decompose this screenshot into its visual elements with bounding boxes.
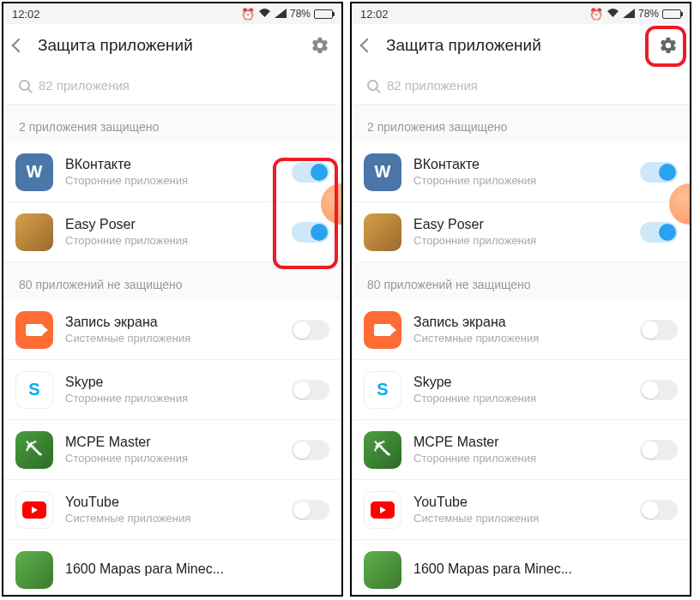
header: Защита приложений <box>352 24 690 67</box>
app-name: 1600 Mapas para Minec... <box>65 561 329 577</box>
toggle-easy[interactable] <box>292 222 329 243</box>
settings-button[interactable] <box>309 34 331 57</box>
header: Защита приложений <box>3 24 341 67</box>
search-bar[interactable]: 82 приложения <box>3 67 341 105</box>
app-row-skype[interactable]: S Skype Сторонние приложения <box>352 360 690 420</box>
app-row-skype[interactable]: S Skype Сторонние приложения <box>3 360 341 420</box>
protected-section-label: 2 приложения защищено <box>352 105 690 142</box>
toggle-yt[interactable] <box>640 500 678 520</box>
app-icon-skype: S <box>15 371 53 409</box>
app-category: Сторонние приложения <box>65 392 280 405</box>
app-category: Системные приложения <box>65 512 280 525</box>
battery-icon <box>662 9 681 19</box>
app-icon-easyposer <box>364 213 401 251</box>
app-category: Сторонние приложения <box>413 234 628 247</box>
gear-icon <box>659 36 678 55</box>
alarm-icon: ⏰ <box>589 8 603 21</box>
signal-icon <box>623 8 635 21</box>
app-name: Skype <box>65 375 280 390</box>
app-category: Сторонние приложения <box>65 452 280 465</box>
app-category: Сторонние приложения <box>413 452 628 465</box>
alarm-icon: ⏰ <box>241 8 255 21</box>
app-row-vk[interactable]: W ВКонтакте Сторонние приложения <box>352 142 690 202</box>
toggle-vk[interactable] <box>292 162 329 183</box>
app-name: 1600 Mapas para Minec... <box>413 561 678 577</box>
protected-section-label: 2 приложения защищено <box>3 105 341 142</box>
toggle-skype[interactable] <box>292 380 329 400</box>
app-icon-youtube <box>15 491 53 529</box>
app-category: Сторонние приложения <box>413 392 628 405</box>
app-name: MCPE Master <box>65 435 280 450</box>
app-name: MCPE Master <box>413 435 628 450</box>
status-time: 12:02 <box>12 8 40 21</box>
app-icon-vk: W <box>364 153 401 191</box>
app-icon-screenrecord <box>15 311 53 349</box>
app-name: YouTube <box>413 495 628 510</box>
app-row-vk[interactable]: W ВКонтакте Сторонние приложения <box>3 142 341 202</box>
toggle-yt[interactable] <box>292 500 329 520</box>
back-button[interactable] <box>12 39 27 53</box>
settings-button[interactable] <box>657 34 679 57</box>
gear-icon <box>311 36 329 55</box>
page-title: Защита приложений <box>386 36 643 55</box>
unprotected-section-label: 80 приложений не защищено <box>352 262 690 300</box>
toggle-skype[interactable] <box>640 380 678 400</box>
toggle-easy[interactable] <box>640 222 678 243</box>
status-bar: 12:02 ⏰ 78% <box>3 3 341 24</box>
battery-percent: 78% <box>290 8 311 20</box>
app-row-rec[interactable]: Запись экрана Системные приложения <box>352 300 690 360</box>
app-category: Сторонние приложения <box>65 174 280 187</box>
app-icon-skype: S <box>364 371 401 409</box>
app-category: Системные приложения <box>413 332 628 345</box>
app-icon-vk: W <box>15 153 53 191</box>
back-button[interactable] <box>360 39 375 53</box>
app-name: YouTube <box>65 495 280 510</box>
wifi-icon <box>258 8 271 21</box>
toggle-mcpe[interactable] <box>640 440 678 460</box>
app-row-easy[interactable]: Easy Poser Сторонние приложения <box>352 202 690 262</box>
search-placeholder: 82 приложения <box>39 78 130 93</box>
search-placeholder: 82 приложения <box>387 78 478 93</box>
app-name: ВКонтакте <box>65 157 280 172</box>
app-icon-mcpe: ⛏ <box>364 431 401 469</box>
phone-left: 12:02 ⏰ 78% Защита приложений 82 приложе… <box>2 2 343 597</box>
toggle-rec[interactable] <box>640 320 678 340</box>
battery-icon <box>314 9 333 19</box>
app-row-easy[interactable]: Easy Poser Сторонние приложения <box>3 202 341 262</box>
app-row-mcpe[interactable]: ⛏ MCPE Master Сторонние приложения <box>352 420 690 480</box>
app-icon-youtube <box>364 491 401 529</box>
app-row-yt[interactable]: YouTube Системные приложения <box>3 480 341 540</box>
app-name: Skype <box>413 375 628 390</box>
status-time: 12:02 <box>360 8 389 21</box>
status-right: ⏰ 78% <box>241 8 333 21</box>
app-icon-mcpe: ⛏ <box>15 431 53 469</box>
app-row-yt[interactable]: YouTube Системные приложения <box>352 480 690 540</box>
wifi-icon <box>606 8 619 21</box>
search-icon <box>367 80 378 91</box>
app-icon-mapas <box>15 551 53 589</box>
app-category: Системные приложения <box>65 332 280 345</box>
app-category: Сторонние приложения <box>413 174 628 187</box>
app-name: Easy Poser <box>413 217 628 232</box>
signal-icon <box>275 8 287 21</box>
app-list: 2 приложения защищено W ВКонтакте Сторон… <box>3 105 341 595</box>
app-category: Сторонние приложения <box>65 234 280 247</box>
search-icon <box>19 80 30 91</box>
app-row-mcpe[interactable]: ⛏ MCPE Master Сторонние приложения <box>3 420 341 480</box>
battery-percent: 78% <box>638 8 659 20</box>
app-list: 2 приложения защищено W ВКонтакте Сторон… <box>352 105 690 595</box>
page-title: Защита приложений <box>38 36 295 55</box>
app-row-mapas[interactable]: 1600 Mapas para Minec... <box>3 540 341 595</box>
app-name: Запись экрана <box>65 315 280 330</box>
app-icon-easyposer <box>15 213 53 251</box>
app-icon-mapas <box>364 551 401 589</box>
toggle-rec[interactable] <box>292 320 329 340</box>
app-row-rec[interactable]: Запись экрана Системные приложения <box>3 300 341 360</box>
app-icon-screenrecord <box>364 311 401 349</box>
status-right: ⏰ 78% <box>589 8 681 21</box>
search-bar[interactable]: 82 приложения <box>352 67 690 105</box>
status-bar: 12:02 ⏰ 78% <box>352 3 690 24</box>
app-row-mapas[interactable]: 1600 Mapas para Minec... <box>352 540 690 595</box>
toggle-vk[interactable] <box>640 162 678 183</box>
toggle-mcpe[interactable] <box>292 440 329 460</box>
